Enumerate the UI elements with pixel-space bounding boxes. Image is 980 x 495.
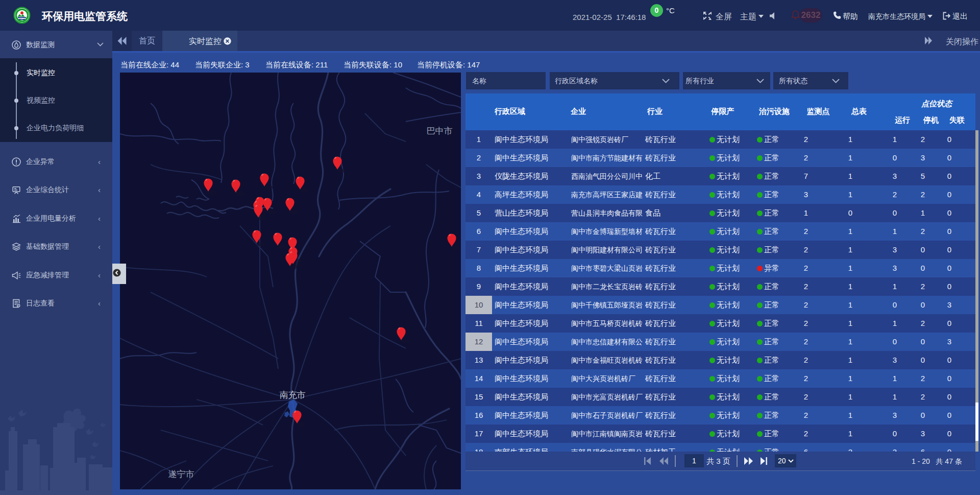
svg-text:巴中市: 巴中市 (427, 126, 453, 136)
svg-text:遂宁市: 遂宁市 (168, 469, 194, 479)
svg-text:南充市: 南充市 (280, 390, 306, 400)
